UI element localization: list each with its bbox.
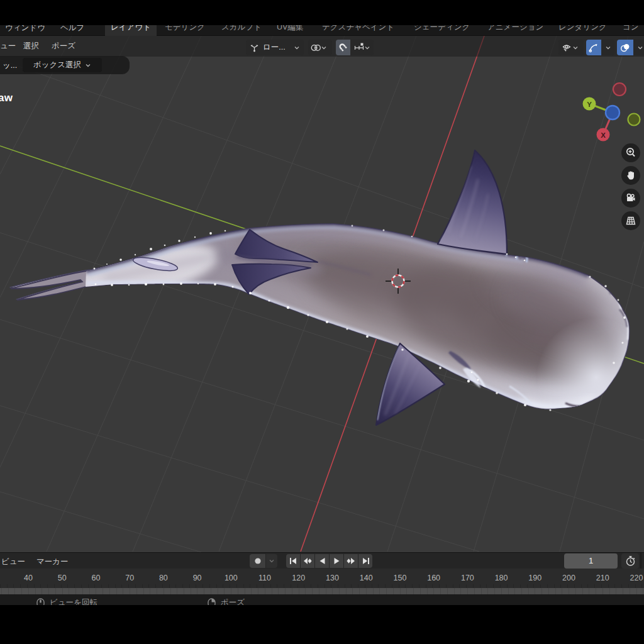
active-tool-dropdown[interactable]: ボックス選択 <box>23 58 102 72</box>
jump-to-end-button[interactable] <box>358 554 372 568</box>
ruler-frame-number: 100 <box>225 574 238 582</box>
viewport-menu-pose[interactable]: ポーズ <box>52 42 75 51</box>
show-overlays-group <box>617 40 644 55</box>
ruler-frame-number: 40 <box>24 574 33 582</box>
viewport-header: ュー 選択 ポーズ ロー... <box>0 36 644 57</box>
show-overlays-icon <box>620 43 630 53</box>
ruler-frame-number: 130 <box>326 574 339 582</box>
snapping-group <box>336 40 374 55</box>
ruler-frame-number: 200 <box>562 574 575 582</box>
svg-text:X: X <box>601 131 606 139</box>
chevron-down-icon <box>85 62 91 69</box>
show-gizmo-icon <box>589 43 599 53</box>
chevron-down-icon <box>605 45 611 51</box>
playback-controls <box>286 554 372 568</box>
svg-text:Y: Y <box>587 101 592 108</box>
auto-keying-dropdown[interactable] <box>266 554 277 568</box>
gizmo-axis-x-neg[interactable] <box>613 83 626 96</box>
navigation-gizmo[interactable]: Y X <box>575 75 644 148</box>
tool-header: ッ... ボックス選択 <box>0 56 130 74</box>
zoom-button[interactable] <box>621 143 640 162</box>
stopwatch-icon <box>625 555 636 567</box>
ruler-frame-number: 90 <box>193 574 202 582</box>
tool-overflow-label[interactable]: ッ... <box>3 60 17 71</box>
ruler-frame-number: 50 <box>58 574 67 582</box>
blender-window: Y X <box>0 0 644 644</box>
snap-toggle[interactable] <box>336 40 350 55</box>
jump-to-start-button[interactable] <box>286 554 300 568</box>
proportional-editing-dropdown[interactable] <box>351 40 374 55</box>
show-gizmo-dropdown[interactable] <box>602 40 614 55</box>
chevron-down-icon <box>572 45 579 51</box>
hand-icon <box>625 169 637 182</box>
ruler-frame-number: 180 <box>495 574 508 582</box>
ruler-frame-number: 120 <box>292 574 305 582</box>
show-object-types-icon <box>561 43 572 53</box>
timeline-scrollbar[interactable] <box>0 588 644 594</box>
pivot-point-icon <box>311 43 321 53</box>
chevron-down-icon <box>269 558 275 564</box>
show-gizmo-group <box>586 40 614 55</box>
auto-keying-group <box>250 554 277 568</box>
ruler-frame-number: 140 <box>360 574 373 582</box>
viewport-menu-view[interactable]: ュー <box>0 42 16 51</box>
next-keyframe-button[interactable] <box>344 554 358 568</box>
ruler-frame-number: 170 <box>461 574 474 582</box>
chevron-down-icon <box>364 45 370 51</box>
ruler-frame-number: 190 <box>528 574 541 582</box>
grid-icon <box>625 214 637 227</box>
ruler-frame-number: 210 <box>596 574 609 582</box>
zoom-icon <box>625 147 637 159</box>
active-tool-label: ボックス選択 <box>33 60 81 70</box>
snap-magnet-icon <box>338 43 348 52</box>
chevron-down-icon <box>294 45 300 51</box>
letterbox-top <box>0 0 644 25</box>
transform-orientation-label: ロー... <box>263 42 286 53</box>
ruler-frame-number: 220 <box>630 574 643 582</box>
record-icon <box>254 557 262 565</box>
previous-keyframe-button[interactable] <box>301 554 314 568</box>
show-overlays-toggle[interactable] <box>617 40 633 55</box>
letterbox-bottom <box>0 605 644 644</box>
auto-keying-toggle[interactable] <box>250 554 265 568</box>
timeline-divider <box>640 553 641 569</box>
pivot-point-dropdown[interactable] <box>308 40 332 55</box>
timeline-menu-marker[interactable]: マーカー <box>36 557 69 567</box>
proportional-editing-icon <box>354 43 364 53</box>
ruler-frame-number: 160 <box>427 574 440 582</box>
pan-button[interactable] <box>621 166 640 185</box>
show-overlays-dropdown[interactable] <box>634 40 644 55</box>
timeline-header: ビュー マーカー <box>0 552 644 569</box>
gizmo-axis-y-neg[interactable] <box>628 114 640 126</box>
viewport-menu-select[interactable]: 選択 <box>23 42 39 51</box>
gizmo-axis-y-pos[interactable]: Y <box>583 97 596 111</box>
camera-icon <box>625 192 637 204</box>
status-bar: ビューを回転 ポーズ <box>0 594 644 605</box>
timeline-menu-view[interactable]: ビュー <box>1 557 25 567</box>
chevron-down-icon <box>637 45 643 51</box>
gizmo-axis-x-pos[interactable]: X <box>597 128 610 142</box>
current-frame-field[interactable]: 1 <box>564 553 618 569</box>
ruler-frame-number: 80 <box>159 574 168 582</box>
ruler-frame-number: 70 <box>125 574 134 582</box>
ruler-frame-number: 110 <box>258 574 271 582</box>
ruler-frame-number: 150 <box>393 574 406 582</box>
ruler-frame-number: 60 <box>91 574 100 582</box>
transform-orientation-dropdown[interactable]: ロー... <box>246 40 304 55</box>
transform-orientation-icon <box>250 43 259 52</box>
show-gizmo-toggle[interactable] <box>586 40 601 55</box>
show-object-types-dropdown[interactable] <box>558 40 584 55</box>
viewport-overlay-text: aw <box>0 92 13 104</box>
gizmo-axis-z-pos[interactable] <box>606 106 619 119</box>
chevron-down-icon <box>321 45 327 51</box>
toggle-perspective-button[interactable] <box>621 211 640 230</box>
timeline-ruler[interactable]: 4050607080901001101201301401501601701801… <box>0 569 644 588</box>
play-reverse-button[interactable] <box>315 554 329 568</box>
use-preview-range-button[interactable] <box>621 553 639 569</box>
viewport-3d[interactable] <box>0 36 644 552</box>
play-button[interactable] <box>330 554 343 568</box>
camera-view-button[interactable] <box>621 189 640 208</box>
